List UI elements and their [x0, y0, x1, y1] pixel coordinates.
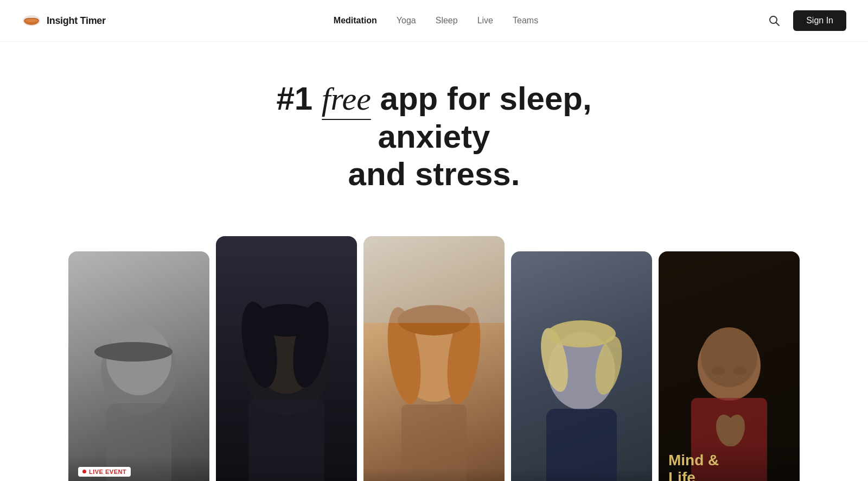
header-right: Sign In	[766, 10, 846, 31]
nav-item-sleep[interactable]: Sleep	[436, 16, 458, 26]
person-illustration-3	[363, 236, 505, 481]
card-name-3: Gisele Bündchen	[373, 479, 495, 481]
search-button[interactable]	[766, 12, 782, 29]
signin-button[interactable]: Sign In	[793, 10, 846, 31]
live-dot	[82, 470, 86, 473]
card-overlay-3: Gisele Bündchen Hope In Times Of Uncerta…	[363, 468, 505, 481]
card-mind-life[interactable]: Mind & Life Institute The Dalai Lama On …	[659, 251, 800, 481]
main-nav: Meditation Yoga Sleep Live Teams	[334, 16, 538, 26]
nav-item-live[interactable]: Live	[477, 16, 493, 26]
card-russell[interactable]: Russell Brand Finding Calm & Serenity	[216, 236, 357, 481]
hero-line1: #1 free app for sleep, anxiety	[276, 80, 591, 155]
svg-point-30	[712, 366, 725, 375]
svg-point-23	[547, 320, 616, 347]
card-elizabeth[interactable]: Elizabeth Gilbert Facing Fear With Compa…	[511, 251, 652, 481]
svg-point-12	[253, 304, 320, 337]
card-name-2: Russell Brand	[226, 479, 347, 481]
svg-point-1	[25, 18, 38, 22]
header: Insight Timer Meditation Yoga Sleep Live…	[0, 0, 868, 42]
person-illustration-1	[68, 251, 209, 481]
logo-icon	[22, 13, 41, 28]
card-gisele[interactable]: Gisele Bündchen Hope In Times Of Uncerta…	[363, 236, 505, 481]
nav-item-meditation[interactable]: Meditation	[334, 16, 377, 26]
card-overlay-4: Elizabeth Gilbert Facing Fear With Compa…	[511, 468, 652, 481]
card-name-4: Elizabeth Gilbert	[521, 479, 642, 481]
nav-item-teams[interactable]: Teams	[513, 16, 538, 26]
nav-item-yoga[interactable]: Yoga	[397, 16, 416, 26]
live-badge: LIVE EVENT	[78, 467, 131, 477]
hero-free-word: free	[322, 80, 371, 118]
svg-line-3	[776, 23, 780, 26]
svg-point-31	[733, 366, 746, 375]
svg-point-6	[94, 342, 173, 362]
card-overlay-1: LIVE EVENT Tomek Wyczesany Today · 5:00 …	[68, 455, 209, 481]
svg-point-26	[701, 327, 757, 387]
card-overlay-2: Russell Brand Finding Calm & Serenity	[216, 468, 357, 481]
person-illustration-4	[511, 251, 652, 481]
logo-text: Insight Timer	[47, 15, 106, 27]
hero-title: #1 free app for sleep, anxiety and stres…	[244, 80, 624, 193]
card-name-5: Mind & Life Institute	[668, 452, 790, 481]
hero-section: #1 free app for sleep, anxiety and stres…	[0, 42, 868, 214]
cards-container: LIVE EVENT Tomek Wyczesany Today · 5:00 …	[0, 236, 868, 481]
person-illustration-2	[216, 236, 357, 481]
card-overlay-5: Mind & Life Institute The Dalai Lama On …	[659, 441, 800, 481]
logo[interactable]: Insight Timer	[22, 13, 106, 28]
search-icon	[768, 15, 780, 27]
card-tomek[interactable]: LIVE EVENT Tomek Wyczesany Today · 5:00 …	[68, 251, 209, 481]
cards-section: LIVE EVENT Tomek Wyczesany Today · 5:00 …	[0, 214, 868, 481]
hero-line2: and stress.	[348, 156, 520, 192]
svg-rect-19	[363, 236, 505, 323]
